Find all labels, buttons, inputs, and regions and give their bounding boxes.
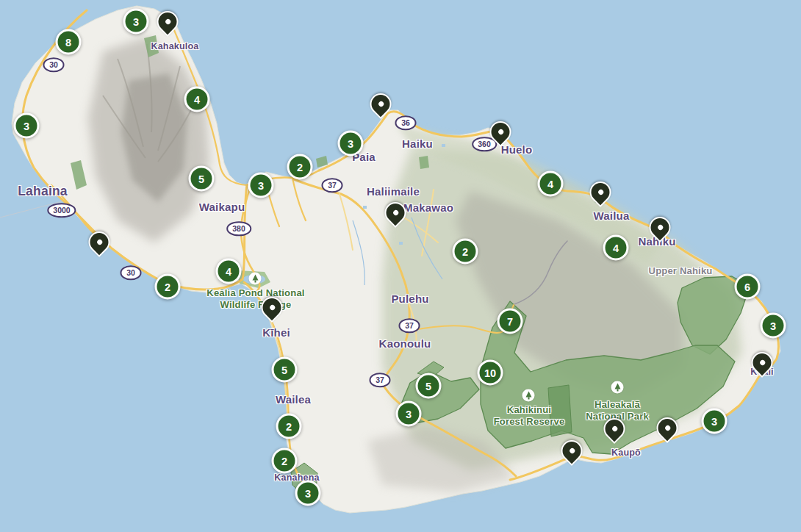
trail-cluster-marker[interactable]: 3 (123, 9, 149, 35)
place-label: Pulehu (391, 292, 428, 306)
trail-pin-marker[interactable] (380, 198, 410, 228)
trail-cluster-marker[interactable]: 2 (272, 448, 298, 474)
park-tree-icon (249, 273, 262, 285)
route-shield: 3000 (47, 203, 76, 218)
place-label: Kahakuloa (151, 41, 198, 53)
place-label: Kīhei (262, 326, 290, 340)
trail-pin-marker[interactable] (652, 413, 682, 443)
route-shield: 37 (399, 318, 420, 333)
trail-pin-marker[interactable] (84, 227, 114, 257)
place-label: Haliimaile (367, 185, 420, 199)
trail-pin-marker[interactable] (585, 177, 615, 207)
trail-pin-marker[interactable] (256, 292, 287, 323)
trail-pin-marker[interactable] (365, 89, 395, 119)
trail-cluster-marker[interactable]: 3 (14, 113, 40, 139)
trail-cluster-marker[interactable]: 3 (248, 173, 274, 198)
trail-cluster-marker[interactable]: 3 (338, 131, 364, 157)
park-tree-icon (611, 381, 624, 394)
place-label: Wailea (276, 393, 311, 407)
map-canvas[interactable]: KahakuloaLahainaWaikapuPaiaHaikuHaliimai… (0, 0, 801, 532)
place-label: Kaonoulu (379, 337, 431, 351)
trail-cluster-marker[interactable]: 2 (453, 239, 478, 265)
trail-cluster-marker[interactable]: 2 (287, 154, 313, 180)
trail-cluster-marker[interactable]: 2 (155, 274, 181, 300)
route-shield: 37 (322, 178, 343, 193)
place-label: Kaupō (611, 447, 641, 459)
trail-cluster-marker[interactable]: 3 (396, 401, 422, 427)
trail-cluster-marker[interactable]: 3 (295, 481, 321, 506)
trail-cluster-marker[interactable]: 4 (184, 87, 210, 112)
route-shield: 37 (370, 373, 391, 387)
place-label: Kahikinui Forest Reserve (494, 404, 565, 428)
trail-cluster-marker[interactable]: 4 (538, 171, 564, 197)
trail-pin-marker[interactable] (747, 348, 777, 378)
trail-cluster-marker[interactable]: 7 (498, 309, 523, 334)
trail-cluster-marker[interactable]: 4 (603, 235, 629, 261)
trail-cluster-marker[interactable]: 3 (761, 313, 786, 339)
place-label: Makawao (403, 201, 453, 215)
route-shield: 380 (226, 221, 251, 236)
trail-pin-marker[interactable] (152, 7, 182, 37)
trail-cluster-marker[interactable]: 5 (189, 166, 215, 192)
trail-cluster-marker[interactable]: 2 (276, 414, 302, 439)
route-shield: 30 (121, 265, 142, 280)
trail-cluster-marker[interactable]: 8 (56, 29, 82, 55)
trail-cluster-marker[interactable]: 3 (702, 409, 728, 434)
route-shield: 36 (395, 115, 417, 130)
place-label: Waikapu (199, 201, 245, 215)
trail-pin-marker[interactable] (599, 414, 629, 444)
route-shield: 30 (43, 57, 65, 72)
place-label: Upper Nahiku (649, 265, 713, 277)
trail-pin-marker[interactable] (644, 212, 675, 242)
place-label: Wailua (594, 209, 630, 223)
place-label: Haiku (402, 137, 433, 151)
marker-layer: KahakuloaLahainaWaikapuPaiaHaikuHaliimai… (0, 0, 801, 532)
place-label: Huelo (501, 143, 533, 157)
trail-cluster-marker[interactable]: 5 (272, 357, 298, 383)
place-label: Keālia Pond National Wildlife Refuge (206, 287, 304, 312)
place-label: Lahaina (18, 184, 68, 200)
park-tree-icon (522, 389, 535, 402)
trail-cluster-marker[interactable]: 6 (735, 274, 761, 300)
trail-cluster-marker[interactable]: 4 (216, 259, 242, 284)
trail-cluster-marker[interactable]: 10 (478, 360, 503, 386)
trail-cluster-marker[interactable]: 5 (416, 373, 442, 399)
trail-pin-marker[interactable] (556, 436, 586, 466)
